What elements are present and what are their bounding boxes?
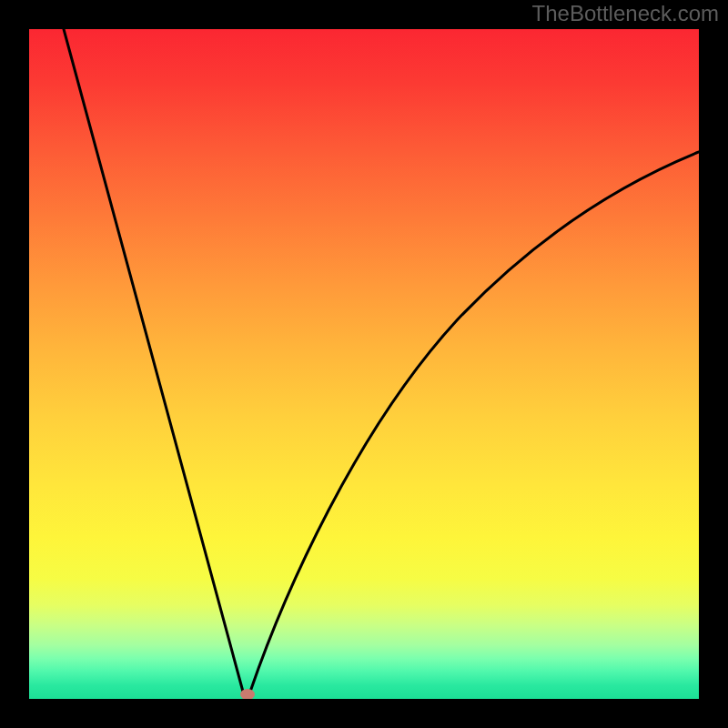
chart-canvas: TheBottleneck.com <box>0 0 728 728</box>
bottleneck-curve-path <box>64 29 699 695</box>
curve-layer <box>29 29 699 699</box>
watermark-text: TheBottleneck.com <box>532 1 719 26</box>
plot-area <box>29 29 699 699</box>
